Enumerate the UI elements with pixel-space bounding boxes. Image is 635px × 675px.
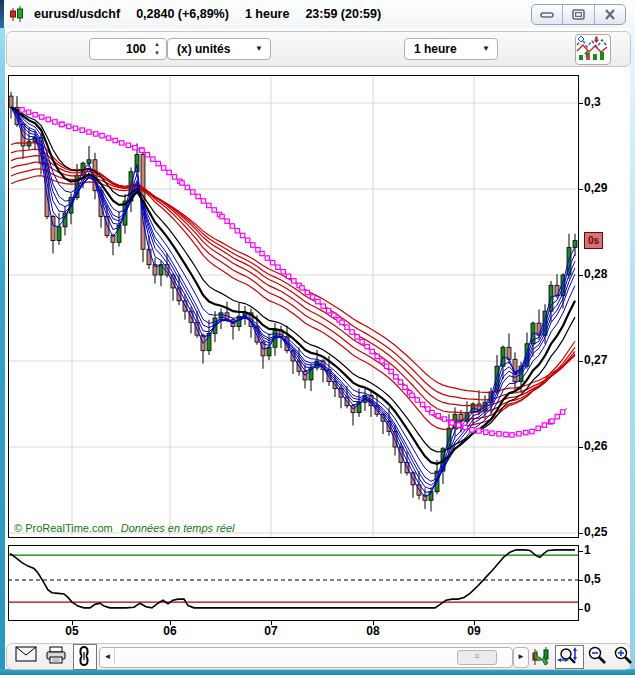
magenta-ma-marker [145, 153, 149, 157]
magenta-ma-marker [106, 136, 110, 140]
magenta-ma-marker [430, 410, 434, 414]
magenta-ma-marker [360, 340, 364, 344]
candle-body [507, 347, 511, 359]
magenta-ma-marker [33, 112, 37, 116]
magenta-ma-marker [151, 157, 155, 161]
display-settings-button[interactable] [575, 34, 611, 65]
title-timeframe: 1 heure [245, 7, 289, 21]
magenta-ma-marker [384, 364, 388, 368]
magenta-ma-marker [394, 375, 398, 379]
time-axis-label: 05 [60, 624, 84, 638]
window-border-right [630, 26, 635, 670]
magenta-ma-marker [276, 265, 280, 269]
time-axis-label: 09 [462, 624, 486, 638]
magenta-ma-marker [517, 432, 521, 436]
titlebar[interactable]: eurusd/usdchf 0,2840 (+6,89%) 1 heure 23… [0, 0, 635, 28]
magenta-ma-marker [370, 349, 374, 353]
magenta-ma-line [22, 110, 567, 435]
magenta-ma-marker [100, 133, 104, 137]
magenta-ma-marker [240, 233, 244, 237]
indicator-axis-label: 0,5 [584, 572, 601, 586]
magenta-ma-marker [321, 304, 325, 308]
magenta-ma-marker [398, 380, 402, 384]
copyright-text: © ProRealTime.com [14, 522, 113, 534]
units-count-input[interactable]: 100 ▲▼ [89, 38, 167, 60]
units-count-value: 100 [126, 42, 146, 56]
scroll-right-button[interactable]: ► [513, 647, 529, 668]
price-axis-tick [578, 103, 583, 104]
magenta-ma-marker [196, 194, 200, 198]
price-axis-label: 0,27 [584, 353, 607, 367]
magenta-ma-marker [326, 309, 330, 313]
time-axis-tick [271, 621, 272, 625]
window-controls [531, 4, 626, 25]
magenta-ma-marker [420, 402, 424, 406]
magenta-ma-marker [530, 429, 534, 433]
envelope-icon [15, 646, 37, 662]
scrollbar-thumb[interactable]: ≡ [457, 650, 497, 665]
email-button[interactable] [15, 646, 37, 662]
magenta-ma-marker [191, 190, 195, 194]
magenta-ma-marker [167, 170, 171, 174]
title-time: 23:59 (20:59) [305, 7, 381, 21]
magenta-ma-marker [161, 166, 165, 170]
magenta-ma-marker [380, 359, 384, 363]
magenta-ma-marker [332, 313, 336, 317]
magenta-ma-marker [53, 120, 57, 124]
price-axis-tick [578, 533, 583, 534]
link-charts-toggle[interactable] [73, 644, 97, 670]
indicator-axis-tick [578, 551, 583, 552]
magenta-ma-marker [20, 108, 24, 112]
magenta-ma-marker [265, 256, 269, 260]
zoom-out-button[interactable] [587, 646, 607, 665]
magenta-ma-marker [550, 419, 554, 423]
magenta-ma-marker [260, 251, 264, 255]
candle-body [9, 96, 13, 107]
ma-line [11, 156, 575, 413]
print-button[interactable] [45, 646, 67, 664]
magenta-ma-marker [46, 117, 50, 121]
price-axis-label: 0,28 [584, 267, 607, 281]
zoom-in-button[interactable] [613, 646, 633, 665]
maximize-button[interactable] [563, 5, 594, 24]
candle-body [555, 285, 559, 295]
indicator-canvas [8, 545, 579, 622]
magenta-ma-marker [484, 430, 488, 434]
indicator-settings-button[interactable] [531, 645, 551, 667]
timeframe-dropdown[interactable]: 1 heure ▼ [404, 38, 498, 60]
close-button[interactable] [595, 5, 625, 24]
horizontal-scrollbar[interactable]: ◄ ≡ [99, 647, 513, 668]
time-axis-tick [170, 621, 171, 625]
magenta-ma-marker [415, 398, 419, 402]
magenta-ma-marker [40, 115, 44, 119]
scroll-left-button[interactable]: ◄ [101, 649, 115, 664]
magenta-ma-marker [403, 385, 407, 389]
zoom-arrows-icon [556, 646, 581, 666]
magenta-ma-marker [305, 290, 309, 294]
price-axis-tick [578, 361, 583, 362]
title-price: 0,2840 (+6,89%) [136, 7, 229, 21]
wrench-chart-icon [531, 645, 551, 667]
magenta-ma-marker [80, 128, 84, 132]
magenta-ma-marker [286, 274, 290, 278]
countdown-badge: 0s [584, 232, 603, 249]
units-mode-dropdown[interactable]: (x) unités ▼ [167, 38, 271, 60]
price-axis-label: 0,26 [584, 439, 607, 453]
indicator-axis-tick [578, 609, 583, 610]
interactive-zoom-toggle[interactable] [555, 645, 584, 669]
price-axis-label: 0,29 [584, 181, 607, 195]
magenta-ma-marker [375, 354, 379, 358]
main-chart-canvas[interactable] [8, 75, 579, 539]
units-spinner[interactable]: ▲▼ [151, 40, 163, 58]
minimize-button[interactable] [532, 5, 563, 24]
magenta-ma-marker [156, 161, 160, 165]
printer-icon [45, 646, 67, 664]
magenta-ma-marker [235, 229, 239, 233]
magenta-ma-marker [355, 335, 359, 339]
magenta-ma-marker [504, 432, 508, 436]
magenta-ma-marker [73, 126, 77, 130]
candle-body [573, 241, 577, 248]
window-border-left [0, 26, 5, 670]
price-axis-label: 0,3 [584, 95, 601, 109]
magenta-ma-marker [524, 430, 528, 434]
